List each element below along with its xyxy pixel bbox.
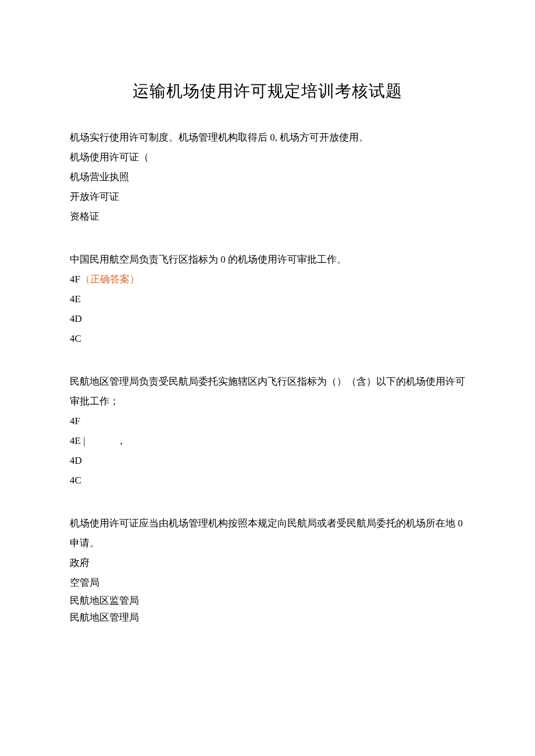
- q4-option-a: 政府: [70, 553, 465, 573]
- question-4: 机场使用许可证应当由机场管理机构按照本规定向民航局或者受民航局委托的机场所在地 …: [70, 514, 465, 626]
- correct-answer-marker: （正确答案）: [80, 274, 140, 285]
- q3-stem: 民航地区管理局负责受民航局委托实施辖区内飞行区指标为（）（含）以下的机场使用许可…: [70, 372, 465, 411]
- q2-option-d: 4C: [70, 329, 465, 349]
- q3-option-c: 4D: [70, 451, 465, 471]
- q1-option-d: 资格证: [70, 207, 465, 227]
- q3-option-d: 4C: [70, 471, 465, 490]
- question-1: 机场实行使用许可制度。机场管理机构取得后 0, 机场方可开放使用。 机场使用许可…: [70, 128, 465, 227]
- document-page: 运输机场使用许可规定培训考核试题 机场实行使用许可制度。机场管理机构取得后 0,…: [0, 0, 535, 756]
- q3-option-b: 4E |,: [70, 431, 465, 451]
- q3-option-b-suffix: ,: [120, 431, 123, 451]
- question-2: 中国民用航空局负责飞行区指标为 0 的机场使用许可审批工作。 4F（正确答案） …: [70, 250, 465, 349]
- q4-option-c: 民航地区监管局: [70, 593, 465, 610]
- question-3: 民航地区管理局负责受民航局委托实施辖区内飞行区指标为（）（含）以下的机场使用许可…: [70, 372, 465, 490]
- q2-option-a: 4F（正确答案）: [70, 270, 465, 289]
- q2-option-a-value: 4F: [70, 274, 80, 285]
- q1-option-a: 机场使用许可证（: [70, 148, 465, 167]
- q1-option-c: 开放许可证: [70, 187, 465, 207]
- q4-option-b: 空管局: [70, 573, 465, 593]
- q1-option-b: 机场营业执照: [70, 167, 465, 187]
- q4-option-d: 民航地区管理局: [70, 610, 465, 626]
- q3-option-b-prefix: 4E |: [70, 435, 85, 446]
- q3-option-a: 4F: [70, 411, 465, 431]
- q2-option-b: 4E: [70, 289, 465, 309]
- page-title: 运输机场使用许可规定培训考核试题: [70, 80, 465, 102]
- q4-stem: 机场使用许可证应当由机场管理机构按照本规定向民航局或者受民航局委托的机场所在地 …: [70, 514, 465, 553]
- q2-stem: 中国民用航空局负责飞行区指标为 0 的机场使用许可审批工作。: [70, 250, 465, 270]
- q1-stem: 机场实行使用许可制度。机场管理机构取得后 0, 机场方可开放使用。: [70, 128, 465, 148]
- q2-option-c: 4D: [70, 309, 465, 329]
